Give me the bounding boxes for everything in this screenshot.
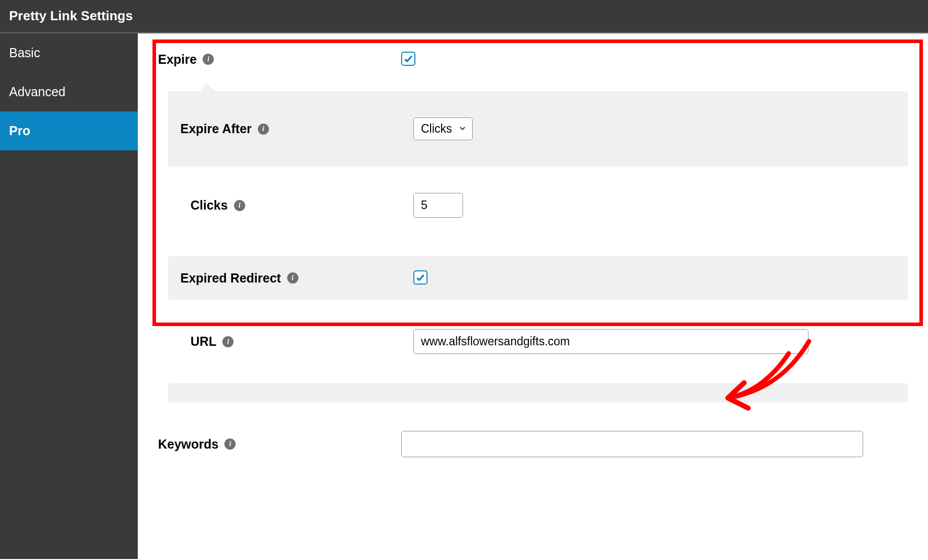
- spacer: [168, 383, 908, 403]
- sidebar-item-basic[interactable]: Basic: [0, 33, 138, 72]
- label-keywords: Keywords: [158, 437, 218, 452]
- info-icon[interactable]: i: [203, 54, 214, 65]
- group-expired-redirect: Expired Redirect i URL i: [168, 256, 908, 403]
- info-icon[interactable]: i: [258, 124, 269, 135]
- sidebar: Basic Advanced Pro: [0, 33, 138, 559]
- row-url: URL i: [168, 300, 908, 383]
- chevron-down-icon: [458, 123, 467, 136]
- check-icon: [415, 272, 426, 283]
- info-icon[interactable]: i: [287, 272, 298, 284]
- check-icon: [403, 54, 413, 64]
- sidebar-item-pro[interactable]: Pro: [0, 111, 138, 150]
- select-expire-after[interactable]: Clicks: [413, 117, 473, 140]
- label-expire-after: Expire After: [180, 122, 252, 136]
- info-icon[interactable]: i: [222, 336, 234, 347]
- input-url[interactable]: [413, 329, 808, 354]
- label-url: URL: [190, 334, 216, 349]
- checkbox-expire[interactable]: [401, 52, 415, 66]
- triangle-icon: [200, 300, 214, 307]
- row-keywords: Keywords i: [138, 415, 928, 469]
- input-keywords[interactable]: [401, 431, 863, 457]
- content-area: Expire i Expire After i Clicks: [138, 33, 928, 559]
- row-expire: Expire i: [138, 33, 928, 79]
- select-value: Clicks: [421, 122, 452, 136]
- label-expire: Expire: [158, 52, 197, 67]
- label-clicks: Clicks: [190, 198, 228, 213]
- label-expired-redirect: Expired Redirect: [180, 271, 281, 286]
- input-clicks[interactable]: [413, 193, 463, 218]
- row-expire-after: Expire After i Clicks: [168, 91, 908, 167]
- triangle-icon: [200, 84, 215, 91]
- triangle-icon: [200, 167, 214, 174]
- page-title: Pretty Link Settings: [0, 0, 928, 33]
- group-expire-after: Expire After i Clicks Clicks i: [168, 91, 908, 244]
- row-clicks: Clicks i: [168, 167, 908, 244]
- sidebar-item-advanced[interactable]: Advanced: [0, 72, 138, 111]
- main-layout: Basic Advanced Pro Expire i Expire After: [0, 33, 928, 559]
- info-icon[interactable]: i: [234, 200, 245, 211]
- checkbox-expired-redirect[interactable]: [413, 270, 428, 285]
- info-icon[interactable]: i: [224, 438, 236, 450]
- row-expired-redirect: Expired Redirect i: [168, 256, 908, 300]
